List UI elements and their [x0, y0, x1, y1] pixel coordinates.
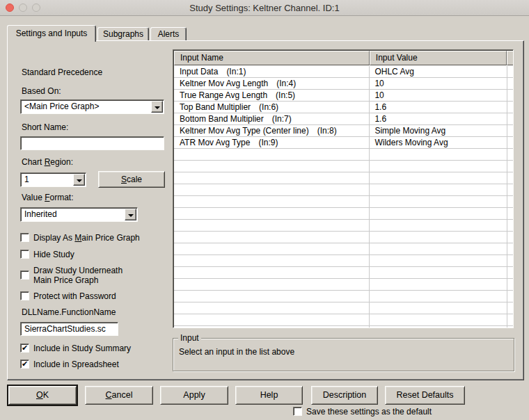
checkbox-box: [20, 233, 29, 242]
save-settings-as-default-checkbox[interactable]: Save these settings as the default: [293, 407, 432, 417]
column-header-spacer: [507, 51, 513, 65]
input-value-cell: [370, 232, 507, 243]
table-row-empty[interactable]: [174, 291, 513, 302]
table-row-empty[interactable]: [174, 184, 513, 196]
input-name-cell: [174, 302, 370, 314]
spacer-cell: [507, 291, 513, 302]
table-row-empty[interactable]: [174, 243, 513, 255]
dll-function-name-input[interactable]: SierraChartStudies.sc: [20, 322, 118, 336]
table-row-empty[interactable]: [174, 196, 513, 208]
value-format-label: Value Format:: [22, 193, 74, 202]
table-row-empty[interactable]: [174, 208, 513, 220]
input-name-cell: [174, 255, 370, 266]
input-name-cell: Top Band Multiplier(In:6): [174, 102, 370, 113]
spacer-cell: [507, 78, 513, 89]
value-format-combobox[interactable]: Inherited: [20, 207, 138, 222]
input-name-cell: Keltner Mov Avg Type (Center line)(In:8): [174, 125, 370, 136]
input-name-cell: Input Data(In:1): [174, 66, 370, 77]
table-row[interactable]: True Range Avg Length(In:5)10: [174, 90, 513, 102]
spacer-cell: [507, 326, 513, 328]
column-header-input-value[interactable]: Input Value: [370, 51, 507, 65]
input-value-cell: [370, 314, 507, 325]
chart-region-value: 1: [24, 175, 29, 184]
table-row[interactable]: ATR Mov Avg Type(In:9)Wilders Moving Avg: [174, 137, 513, 149]
input-name-cell: [174, 326, 370, 328]
spacer-cell: [507, 279, 513, 290]
include-in-spreadsheet-checkbox[interactable]: ✔ Include in Spreadsheet: [20, 360, 119, 369]
include-in-study-summary-checkbox[interactable]: ✔ Include in Study Summary: [20, 344, 131, 353]
input-name-cell: [174, 314, 370, 325]
chevron-down-icon[interactable]: [73, 174, 85, 186]
input-value-cell: [370, 196, 507, 207]
value-format-value: Inherited: [24, 209, 57, 219]
input-value-cell: Wilders Moving Avg: [370, 137, 507, 148]
input-value-cell: OHLC Avg: [370, 66, 507, 77]
display-as-main-price-graph-checkbox[interactable]: Display As Main Price Graph: [20, 233, 140, 243]
ok-button[interactable]: OK: [8, 386, 77, 405]
apply-button[interactable]: Apply: [160, 386, 228, 405]
based-on-label: Based On:: [22, 86, 61, 96]
tab-subgraphs[interactable]: Subgraphs: [97, 27, 149, 41]
chart-region-label: Chart Region:: [22, 157, 73, 167]
checkbox-label: Protect with Password: [33, 291, 116, 301]
protect-with-password-checkbox[interactable]: Protect with Password: [20, 291, 116, 301]
input-value-cell: 10: [370, 78, 507, 89]
table-row-empty[interactable]: [174, 326, 513, 328]
input-name-cell: True Range Avg Length(In:5): [174, 90, 370, 101]
help-button[interactable]: Help: [235, 386, 303, 405]
table-row[interactable]: Input Data(In:1)OHLC Avg: [174, 66, 513, 78]
checkbox-label: Include in Study Summary: [33, 344, 131, 353]
scale-button[interactable]: Scale: [98, 171, 165, 188]
short-name-input[interactable]: [20, 136, 164, 150]
checkbox-label: Draw Study Underneath Main Price Graph: [33, 266, 123, 285]
draw-study-underneath-checkbox[interactable]: Draw Study Underneath Main Price Graph: [20, 266, 123, 285]
checkbox-label: Hide Study: [33, 250, 74, 259]
checkbox-box: [20, 270, 29, 280]
input-name-cell: Bottom Band Multiplier(In:7): [174, 113, 370, 124]
input-value-cell: [370, 184, 507, 195]
spacer-cell: [507, 66, 513, 77]
description-button[interactable]: Description: [311, 386, 378, 405]
spacer-cell: [507, 90, 513, 101]
table-row-empty[interactable]: [174, 149, 513, 161]
table-row-empty[interactable]: [174, 302, 513, 314]
input-groupbox: Input Select an input in the list above: [173, 338, 514, 371]
table-row[interactable]: Top Band Multiplier(In:6)1.6: [174, 102, 513, 113]
input-value-cell: [370, 267, 507, 278]
cancel-button[interactable]: Cancel: [85, 386, 153, 405]
table-row[interactable]: Keltner Mov Avg Type (Center line)(In:8)…: [174, 125, 513, 137]
table-row-empty[interactable]: [174, 172, 513, 184]
spacer-cell: [507, 102, 513, 113]
table-row-empty[interactable]: [174, 232, 513, 243]
column-header-input-name[interactable]: Input Name: [174, 51, 370, 65]
checkbox-box: ✔: [20, 360, 29, 369]
based-on-combobox[interactable]: <Main Price Graph>: [20, 99, 164, 114]
input-name-cell: [174, 267, 370, 278]
table-row-empty[interactable]: [174, 220, 513, 232]
chevron-down-icon[interactable]: [151, 101, 163, 113]
table-row[interactable]: Bottom Band Multiplier(In:7)1.6: [174, 113, 513, 125]
input-name-cell: [174, 149, 370, 160]
inputs-table: Input Name Input Value Input Data(In:1)O…: [173, 49, 514, 328]
spacer-cell: [507, 232, 513, 243]
hide-study-checkbox[interactable]: Hide Study: [20, 250, 74, 259]
standard-precedence-label: Standard Precedence: [22, 67, 102, 77]
table-row-empty[interactable]: [174, 161, 513, 172]
input-name-cell: [174, 291, 370, 302]
table-row-empty[interactable]: [174, 255, 513, 267]
table-row-empty[interactable]: [174, 279, 513, 291]
table-row-empty[interactable]: [174, 267, 513, 279]
table-row[interactable]: Keltner Mov Avg Length(In:4)10: [174, 78, 513, 90]
reset-defaults-button[interactable]: Reset Defaults: [385, 386, 465, 405]
input-name-cell: [174, 172, 370, 184]
chart-region-combobox[interactable]: 1: [20, 172, 86, 187]
spacer-cell: [507, 220, 513, 231]
chevron-down-icon[interactable]: [125, 209, 136, 220]
input-name-cell: [174, 161, 370, 172]
table-row-empty[interactable]: [174, 314, 513, 326]
input-value-cell: 10: [370, 90, 507, 101]
tab-alerts[interactable]: Alerts: [150, 27, 187, 41]
based-on-value: <Main Price Graph>: [24, 102, 99, 111]
spacer-cell: [507, 314, 513, 325]
tab-settings-and-inputs[interactable]: Settings and Inputs: [7, 25, 96, 42]
